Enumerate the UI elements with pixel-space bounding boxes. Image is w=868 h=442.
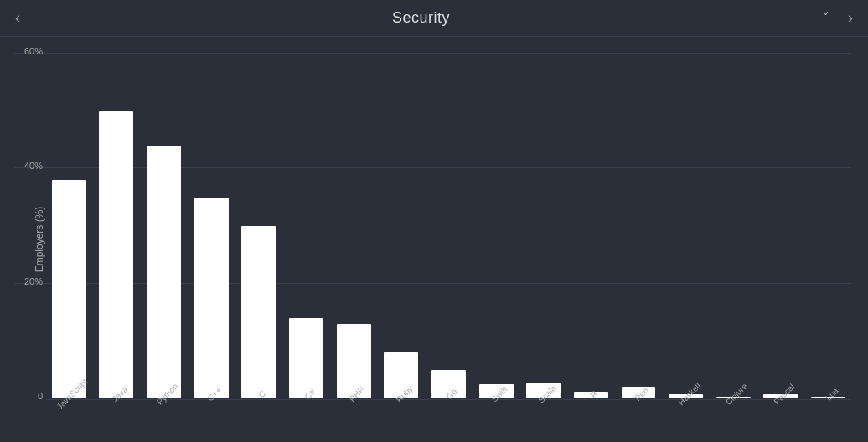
bar-group: Pascal <box>758 54 804 398</box>
chart-area: Employers (%) 60%40%20%0JavaScriptJavaPy… <box>0 37 868 442</box>
next-button[interactable]: › <box>841 6 860 30</box>
bar <box>289 318 323 398</box>
bar <box>147 146 181 398</box>
grid-label: 60% <box>14 46 43 56</box>
bar-group: C <box>236 54 282 398</box>
bar-group: Swift <box>473 54 519 398</box>
header-right: ˅ › <box>815 6 860 31</box>
bar-group: Scala <box>520 54 566 398</box>
bar <box>241 226 276 398</box>
grid-label: 20% <box>14 276 43 286</box>
bars-container: JavaScriptJavaPythonC++CC#PHPRubyGoSwift… <box>46 54 851 434</box>
grid-label: 40% <box>14 161 43 171</box>
main-container: ‹ Security ˅ › Employers (%) 60%40%20%0J… <box>0 0 868 442</box>
dropdown-button[interactable]: ˅ <box>815 6 836 31</box>
bar-group: Python <box>141 54 187 398</box>
bar <box>194 198 229 398</box>
bar-group: Java <box>94 54 140 398</box>
bar-group: Go <box>426 54 472 398</box>
bar-group: C++ <box>189 54 235 398</box>
grid-label: 0 <box>14 391 43 401</box>
bar-group: Haskell <box>663 54 709 398</box>
bar-group: PHP <box>331 54 377 398</box>
bar-group: JavaScript <box>46 54 92 398</box>
bar-group: Clojure <box>710 54 757 398</box>
bar-label: Clojure <box>724 382 749 407</box>
chart-inner: 60%40%20%0JavaScriptJavaPythonC++CC#PHPR… <box>46 54 851 434</box>
prev-button[interactable]: ‹ <box>8 6 27 30</box>
bar-group: Perl <box>616 54 662 398</box>
bar <box>337 324 371 398</box>
bar <box>99 111 133 398</box>
bar <box>52 180 86 398</box>
bar-group: Lua <box>805 54 851 398</box>
bar-group: Ruby <box>378 54 424 398</box>
bar-group: C# <box>283 54 329 398</box>
header: ‹ Security ˅ › <box>0 0 868 37</box>
y-axis-label: Employers (%) <box>34 207 45 273</box>
bar-group: R <box>568 54 614 398</box>
chart-title: Security <box>392 9 450 27</box>
